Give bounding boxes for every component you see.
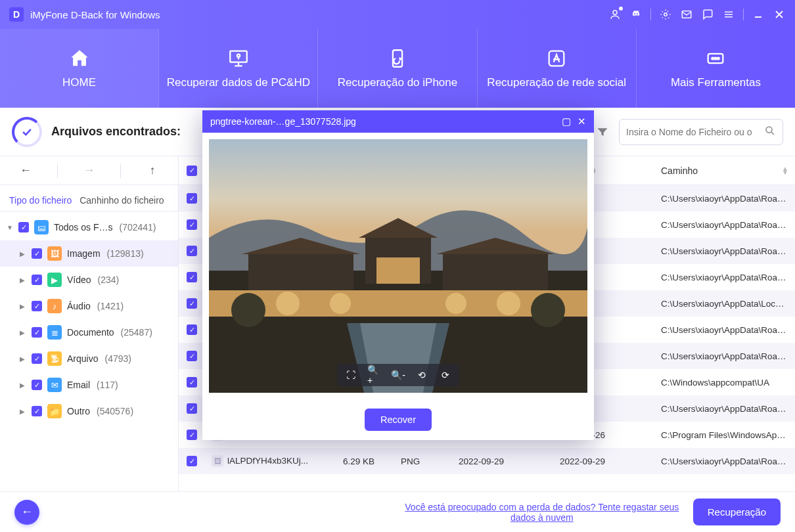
checkbox[interactable]: ✓ [32, 275, 42, 285]
discord-icon[interactable] [629, 8, 643, 21]
preview-titlebar[interactable]: pngtree-korean-…ge_13077528.jpg ▢ ✕ [202, 110, 594, 133]
tree-item-outro[interactable]: ▶✓📁Outro(540576) [0, 398, 178, 424]
row-checkbox[interactable]: ✓ [187, 219, 197, 230]
cell-path: C:\Users\xiaoyr\AppData\Roamin... [654, 194, 795, 204]
mail-icon[interactable] [680, 8, 693, 21]
tab-more-tools-label: Mais Ferramentas [671, 76, 761, 89]
cell-size: 6.29 KB [336, 456, 394, 466]
cell-type: PNG [394, 456, 452, 466]
tab-file-type[interactable]: Tipo do ficheiro [9, 195, 72, 211]
tab-recover-pc[interactable]: Recuperar dados de PC&HD [158, 29, 317, 108]
preview-image: ⛶ 🔍+ 🔍- ⟲ ⟳ [209, 139, 587, 393]
feedback-icon[interactable] [701, 8, 714, 21]
svg-point-1 [664, 13, 668, 16]
chevron-right-icon: ▶ [20, 329, 28, 336]
search-input[interactable] [626, 127, 759, 137]
tree-item-count: (234) [98, 275, 120, 285]
image-preview-modal: pngtree-korean-…ge_13077528.jpg ▢ ✕ [202, 110, 594, 440]
nav-up-icon[interactable]: ↑ [133, 164, 172, 177]
tab-recover-pc-label: Recuperar dados de PC&HD [167, 76, 310, 89]
preview-close-icon[interactable]: ✕ [578, 116, 586, 127]
minimize-icon[interactable] [752, 8, 765, 21]
select-all-checkbox[interactable]: ✓ [187, 166, 197, 176]
checkbox[interactable]: ✓ [32, 327, 42, 338]
checkbox[interactable]: ✓ [32, 380, 42, 390]
tree-item-email[interactable]: ▶✓✉Email(117) [0, 372, 178, 398]
nav-forward-icon[interactable]: → [69, 164, 108, 177]
row-checkbox[interactable]: ✓ [187, 456, 197, 466]
category-icon: ≣ [47, 325, 62, 340]
checkbox[interactable]: ✓ [32, 301, 42, 311]
row-checkbox[interactable]: ✓ [187, 272, 197, 282]
tree-item-áudio[interactable]: ▶✓♪Áudio(1421) [0, 293, 178, 319]
checkbox[interactable]: ✓ [32, 248, 42, 259]
nav-back-icon[interactable]: ← [6, 164, 45, 177]
sidebar: ← → ↑ Tipo do ficheiro Canhinho do fiche… [0, 156, 179, 491]
tab-recover-social[interactable]: Recuperação de rede social [477, 29, 636, 108]
cell-path: C:\Users\xiaoyr\AppData\Local\T... [654, 299, 795, 309]
search-box[interactable] [619, 119, 783, 145]
cell-path: C:\Users\xiaoyr\AppData\Roamin... [654, 220, 795, 230]
row-checkbox[interactable]: ✓ [187, 193, 197, 204]
tab-recover-iphone-label: Recuperação do iPhone [338, 76, 457, 89]
cell-path: C:\Users\xiaoyr\AppData\Roamin... [654, 246, 795, 256]
sort-icon[interactable]: ▲▼ [782, 167, 788, 175]
tree-item-label: Documento [67, 327, 114, 338]
row-checkbox[interactable]: ✓ [187, 430, 197, 440]
row-checkbox[interactable]: ✓ [187, 377, 197, 388]
row-checkbox[interactable]: ✓ [187, 246, 197, 256]
cell-path: C:\Windows\appcompat\UA [654, 378, 795, 388]
chevron-right-icon: ▶ [20, 382, 28, 389]
tab-recover-iphone[interactable]: Recuperação do iPhone [317, 29, 476, 108]
search-icon[interactable] [764, 125, 776, 139]
rotate-left-icon[interactable]: ⟲ [415, 368, 429, 382]
tree-item-label: Outro [67, 406, 90, 416]
tree-item-count: (129813) [107, 248, 144, 259]
filter-icon[interactable] [595, 125, 610, 139]
row-checkbox[interactable]: ✓ [187, 403, 197, 414]
category-icon: ✉ [47, 378, 62, 392]
recover-button[interactable]: Recuperação [693, 499, 781, 525]
row-checkbox[interactable]: ✓ [187, 298, 197, 309]
app-title: iMyFone D-Back for Windows [30, 9, 160, 20]
tab-file-path[interactable]: Canhinho do ficheiro [80, 195, 164, 211]
zoom-in-icon[interactable]: 🔍+ [367, 368, 382, 382]
rotate-right-icon[interactable]: ⟳ [438, 368, 453, 382]
zoom-out-icon[interactable]: 🔍- [391, 368, 405, 382]
tree-item-vídeo[interactable]: ▶✓▶Vídeo(234) [0, 267, 178, 293]
close-icon[interactable] [773, 8, 786, 21]
fullscreen-icon[interactable]: ⛶ [344, 368, 358, 382]
footer-back-button[interactable]: ← [14, 500, 39, 525]
preview-toolbar: ⛶ 🔍+ 🔍- ⟲ ⟳ [337, 364, 459, 386]
file-type-tree: ▼ ✓ 🖴 Todos os F…s (702441) ▶✓🖼Imagem(12… [0, 211, 178, 491]
table-row[interactable]: ✓🖼lALPDfYH4xb3KUj...6.29 KBPNG2022-09-29… [179, 448, 795, 474]
tree-item-count: (540576) [97, 406, 133, 416]
preview-recover-button[interactable]: Recover [365, 409, 432, 431]
svg-rect-28 [209, 290, 587, 317]
tree-item-documento[interactable]: ▶✓≣Documento(25487) [0, 319, 178, 345]
home-icon [68, 47, 91, 70]
svg-rect-26 [248, 254, 353, 290]
checkbox[interactable]: ✓ [32, 353, 42, 364]
row-checkbox[interactable]: ✓ [187, 351, 197, 361]
checkbox[interactable]: ✓ [18, 222, 29, 233]
th-path[interactable]: Caminho▲▼ [654, 166, 795, 176]
tab-home[interactable]: HOME [0, 29, 158, 108]
settings-icon[interactable] [659, 8, 672, 21]
more-icon [704, 47, 727, 70]
cell-path: C:\Program Files\WindowsApps\... [654, 430, 795, 440]
tree-item-imagem[interactable]: ▶✓🖼Imagem(129813) [0, 240, 178, 267]
tree-root-all[interactable]: ▼ ✓ 🖴 Todos os F…s (702441) [0, 214, 178, 240]
tree-item-arquivo[interactable]: ▶✓🗜Arquivo(4793) [0, 345, 178, 372]
file-thumb-icon: 🖼 [212, 455, 223, 467]
chevron-right-icon: ▶ [20, 408, 28, 415]
svg-point-32 [497, 292, 520, 315]
menu-icon[interactable] [722, 8, 735, 21]
preview-maximize-icon[interactable]: ▢ [562, 116, 571, 127]
cloud-backup-link[interactable]: Você está preocupado com a perda de dado… [404, 502, 680, 523]
account-icon[interactable] [608, 8, 622, 21]
row-checkbox[interactable]: ✓ [187, 324, 197, 335]
monitor-key-icon [227, 47, 250, 70]
checkbox[interactable]: ✓ [32, 406, 42, 416]
tab-more-tools[interactable]: Mais Ferramentas [636, 29, 795, 108]
